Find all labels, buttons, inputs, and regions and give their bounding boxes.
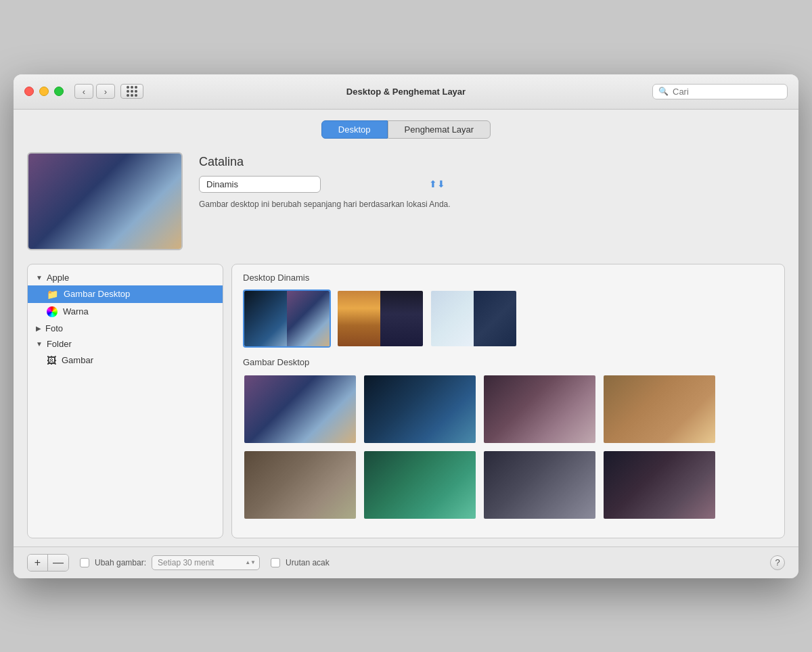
add-remove-buttons: + — [27,554,69,572]
random-order-row: Urutan acak [271,558,330,567]
thumb-solar-dynamic[interactable] [430,289,518,348]
thumb-static-7[interactable] [482,450,597,520]
tab-screensaver[interactable]: Penghemat Layar [388,120,491,139]
thumb-static-7-img [484,451,595,519]
search-input[interactable] [673,87,782,97]
thumb-static-6[interactable] [363,450,477,520]
thumb-solar-dynamic-inner [431,291,516,348]
app-grid-button[interactable] [120,84,143,99]
sidebar-item-warna-label: Warna [63,306,89,317]
mode-dropdown[interactable]: Dinamis Terang Gelap [199,176,321,193]
right-panel: Desktop Dinamis [231,264,785,538]
back-button[interactable]: ‹ [74,84,93,99]
thumb-mojave-dynamic-inner [338,291,423,348]
wallpaper-preview [27,152,183,250]
content-area: Desktop Penghemat Layar Catalina Dinamis… [14,110,798,546]
section-title-static: Gambar Desktop [243,357,773,367]
sidebar-group-folder-label: Folder [47,339,72,349]
change-picture-label: Ubah gambar: [95,558,146,567]
dropdown-arrow-icon: ⬆⬇ [429,179,445,189]
random-order-label: Urutan acak [286,558,330,567]
thumb-static-1[interactable] [243,374,357,444]
sidebar-group-foto-label: Foto [45,323,63,333]
change-picture-checkbox[interactable] [80,558,89,567]
grid-dots-icon [127,86,137,97]
dynamic-thumbnails [243,289,773,348]
nav-buttons: ‹ › [74,84,115,99]
search-icon: 🔍 [658,87,669,96]
folder-icon: 📁 [47,289,58,300]
color-wheel-icon [47,306,58,317]
thumb-catalina-dynamic[interactable] [243,289,331,348]
sidebar-item-gambar[interactable]: 🖼 Gambar [28,352,223,369]
thumb-static-4-img [604,375,715,443]
main-panels: ▼ Apple 📁 Gambar Desktop Warna ▶ Foto [27,264,785,538]
titlebar: ‹ › Desktop & Penghemat Layar 🔍 [14,74,798,110]
sidebar-group-foto[interactable]: ▶ Foto [28,321,223,336]
wallpaper-description: Gambar desktop ini berubah sepanjang har… [199,200,451,209]
thumb-static-4[interactable] [602,374,717,444]
thumb-static-3-img [484,375,595,443]
thumb-static-5-img [244,451,356,519]
maximize-button[interactable] [54,87,64,96]
tab-bar: Desktop Penghemat Layar [27,120,785,139]
tab-desktop[interactable]: Desktop [321,120,388,139]
preview-area: Catalina Dinamis Terang Gelap ⬆⬇ Gambar … [27,147,785,256]
close-button[interactable] [24,87,34,96]
bottom-bar: + — Ubah gambar: Setiap 30 menit ▲▼ Urut… [14,546,798,578]
static-thumbnails [243,374,773,520]
mode-dropdown-wrap: Dinamis Terang Gelap ⬆⬇ [199,176,451,193]
thumb-catalina-light-half [287,291,330,348]
triangle-down-icon: ▼ [36,274,43,281]
sidebar-item-gambar-desktop[interactable]: 📁 Gambar Desktop [28,285,223,303]
folder-pictures-icon: 🖼 [47,355,56,366]
interval-select[interactable]: Setiap 30 menit [152,555,260,570]
thumb-static-1-img [244,375,356,443]
thumb-static-3[interactable] [482,374,597,444]
sidebar-item-gambar-label: Gambar [62,355,93,365]
forward-button[interactable]: › [96,84,115,99]
window-title: Desktop & Penghemat Layar [346,87,466,97]
triangle-right-icon: ▶ [36,325,41,332]
thumb-mojave-dynamic[interactable] [336,289,424,348]
thumb-static-8[interactable] [602,450,717,520]
thumb-solar-light-half [431,291,474,348]
thumb-static-2[interactable] [363,374,477,444]
minimize-button[interactable] [39,87,49,96]
thumb-static-2-img [364,375,476,443]
section-title-dynamic: Desktop Dinamis [243,273,773,283]
help-button[interactable]: ? [770,555,785,570]
preview-image [28,154,181,249]
thumb-mojave-night-half [380,291,423,348]
triangle-down-icon-2: ▼ [36,340,43,348]
thumb-solar-dark-half [474,291,516,348]
change-picture-row: Ubah gambar: Setiap 30 menit ▲▼ [80,555,260,570]
sidebar-group-apple[interactable]: ▼ Apple [28,270,223,285]
random-order-checkbox[interactable] [271,558,280,567]
thumb-mojave-day-half [338,291,380,348]
thumb-catalina-dark-half [244,291,287,348]
add-button[interactable]: + [28,555,48,571]
preview-info: Catalina Dinamis Terang Gelap ⬆⬇ Gambar … [199,152,451,209]
search-box[interactable]: 🔍 [652,84,788,99]
sidebar: ▼ Apple 📁 Gambar Desktop Warna ▶ Foto [27,264,223,538]
thumb-static-5[interactable] [243,450,357,520]
thumb-static-8-img [604,451,715,519]
sidebar-item-gambar-desktop-label: Gambar Desktop [64,289,130,299]
sidebar-group-folder[interactable]: ▼ Folder [28,336,223,352]
wallpaper-name: Catalina [199,155,451,169]
interval-dropdown-wrap: Setiap 30 menit ▲▼ [152,555,260,570]
sidebar-item-warna[interactable]: Warna [28,303,223,321]
thumb-static-6-img [364,451,476,519]
remove-button[interactable]: — [48,555,68,571]
sidebar-group-apple-label: Apple [47,273,69,283]
traffic-lights [24,87,64,96]
main-window: ‹ › Desktop & Penghemat Layar 🔍 Desktop … [14,74,798,578]
thumb-catalina-dynamic-inner [244,291,330,348]
